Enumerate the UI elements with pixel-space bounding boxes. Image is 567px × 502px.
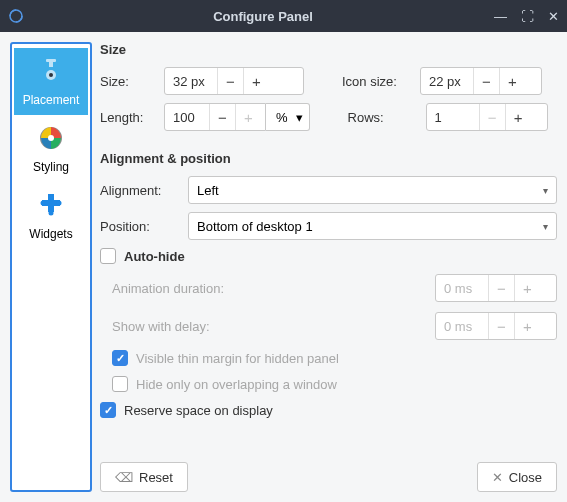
svg-point-5 (48, 135, 54, 141)
icon-size-spinner[interactable]: − + (420, 67, 542, 95)
decrement-icon[interactable]: − (473, 68, 499, 94)
size-heading: Size (100, 42, 557, 57)
position-value: Bottom of desktop 1 (197, 219, 313, 234)
sidebar-item-styling[interactable]: Styling (14, 115, 88, 182)
increment-icon[interactable]: + (235, 104, 261, 130)
main-panel: Size Size: − + Icon size: − + Length: (100, 42, 557, 492)
rows-input[interactable] (427, 104, 479, 130)
increment-icon: + (514, 275, 540, 301)
sidebar: Placement Styling Widgets (10, 42, 92, 492)
reset-button[interactable]: ⌫ Reset (100, 462, 188, 492)
maximize-icon[interactable]: ⛶ (521, 9, 534, 24)
window-controls: — ⛶ ✕ (494, 9, 559, 24)
delay-input (436, 313, 488, 339)
alignment-value: Left (197, 183, 219, 198)
length-unit-select[interactable]: % ▾ (266, 103, 310, 131)
length-input[interactable] (165, 104, 209, 130)
length-spinner[interactable]: − + (164, 103, 266, 131)
decrement-icon[interactable]: − (217, 68, 243, 94)
alignment-select[interactable]: Left ▾ (188, 176, 557, 204)
close-icon[interactable]: ✕ (548, 9, 559, 24)
footer: ⌫ Reset ✕ Close (100, 454, 557, 492)
svg-point-3 (49, 73, 53, 77)
chevron-down-icon: ▾ (296, 110, 303, 125)
alignment-label: Alignment: (100, 183, 180, 198)
autohide-row: Auto-hide (100, 248, 557, 264)
icon-size-label: Icon size: (342, 74, 412, 89)
app-icon (8, 8, 24, 24)
close-icon: ✕ (492, 470, 503, 485)
position-select[interactable]: Bottom of desktop 1 ▾ (188, 212, 557, 240)
svg-point-7 (57, 201, 62, 206)
length-combo: − + % ▾ (164, 103, 310, 131)
icon-size-input[interactable] (421, 68, 473, 94)
overlap-label: Hide only on overlapping a window (136, 377, 337, 392)
animation-input (436, 275, 488, 301)
placement-icon (16, 54, 86, 88)
rows-label: Rows: (348, 110, 418, 125)
decrement-icon[interactable]: − (209, 104, 235, 130)
autohide-checkbox[interactable] (100, 248, 116, 264)
delay-label: Show with delay: (112, 319, 210, 334)
window-title: Configure Panel (32, 9, 494, 24)
animation-spinner: − + (435, 274, 557, 302)
increment-icon: + (514, 313, 540, 339)
increment-icon[interactable]: + (505, 104, 531, 130)
margin-label: Visible thin margin for hidden panel (136, 351, 339, 366)
size-label: Size: (100, 74, 156, 89)
rows-spinner[interactable]: − + (426, 103, 548, 131)
svg-rect-2 (46, 59, 56, 62)
chevron-down-icon: ▾ (543, 221, 548, 232)
sidebar-item-widgets[interactable]: Widgets (14, 182, 88, 249)
sidebar-item-placement[interactable]: Placement (14, 48, 88, 115)
styling-icon (16, 121, 86, 155)
svg-point-9 (41, 201, 46, 206)
size-input[interactable] (165, 68, 217, 94)
minimize-icon[interactable]: — (494, 9, 507, 24)
autohide-label: Auto-hide (124, 249, 185, 264)
decrement-icon: − (488, 275, 514, 301)
reset-icon: ⌫ (115, 470, 133, 485)
close-label: Close (509, 470, 542, 485)
close-button[interactable]: ✕ Close (477, 462, 557, 492)
size-spinner[interactable]: − + (164, 67, 304, 95)
margin-checkbox: ✓ (112, 350, 128, 366)
length-unit-value: % (276, 110, 288, 125)
sidebar-item-label: Placement (23, 93, 80, 107)
increment-icon[interactable]: + (499, 68, 525, 94)
chevron-down-icon: ▾ (543, 185, 548, 196)
sidebar-item-label: Widgets (29, 227, 72, 241)
reserve-checkbox[interactable]: ✓ (100, 402, 116, 418)
position-label: Position: (100, 219, 180, 234)
overlap-checkbox (112, 376, 128, 392)
widgets-icon (16, 188, 86, 222)
titlebar: Configure Panel — ⛶ ✕ (0, 0, 567, 32)
animation-label: Animation duration: (112, 281, 224, 296)
svg-rect-1 (49, 62, 53, 67)
svg-point-6 (49, 195, 54, 200)
increment-icon[interactable]: + (243, 68, 269, 94)
decrement-icon: − (488, 313, 514, 339)
decrement-icon[interactable]: − (479, 104, 505, 130)
reset-label: Reset (139, 470, 173, 485)
alignment-heading: Alignment & position (100, 151, 557, 166)
sidebar-item-label: Styling (33, 160, 69, 174)
delay-spinner: − + (435, 312, 557, 340)
reserve-row: ✓ Reserve space on display (100, 402, 557, 418)
svg-point-8 (49, 211, 54, 216)
reserve-label: Reserve space on display (124, 403, 273, 418)
length-label: Length: (100, 110, 156, 125)
